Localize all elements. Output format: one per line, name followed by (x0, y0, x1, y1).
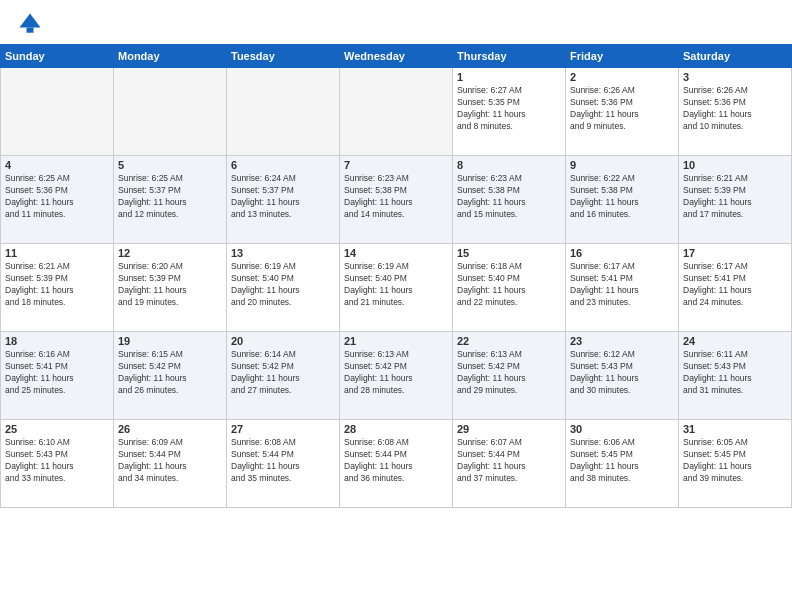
calendar-cell (114, 68, 227, 156)
calendar-week-4: 18Sunrise: 6:16 AM Sunset: 5:41 PM Dayli… (1, 332, 792, 420)
day-info: Sunrise: 6:26 AM Sunset: 5:36 PM Dayligh… (683, 85, 787, 133)
calendar-cell: 13Sunrise: 6:19 AM Sunset: 5:40 PM Dayli… (227, 244, 340, 332)
calendar-week-1: 1Sunrise: 6:27 AM Sunset: 5:35 PM Daylig… (1, 68, 792, 156)
col-header-sunday: Sunday (1, 45, 114, 68)
day-info: Sunrise: 6:08 AM Sunset: 5:44 PM Dayligh… (231, 437, 335, 485)
calendar-cell: 25Sunrise: 6:10 AM Sunset: 5:43 PM Dayli… (1, 420, 114, 508)
day-info: Sunrise: 6:15 AM Sunset: 5:42 PM Dayligh… (118, 349, 222, 397)
day-info: Sunrise: 6:17 AM Sunset: 5:41 PM Dayligh… (683, 261, 787, 309)
day-number: 23 (570, 335, 674, 347)
day-number: 12 (118, 247, 222, 259)
calendar-cell (340, 68, 453, 156)
day-info: Sunrise: 6:27 AM Sunset: 5:35 PM Dayligh… (457, 85, 561, 133)
day-number: 6 (231, 159, 335, 171)
calendar-week-2: 4Sunrise: 6:25 AM Sunset: 5:36 PM Daylig… (1, 156, 792, 244)
header-row: SundayMondayTuesdayWednesdayThursdayFrid… (1, 45, 792, 68)
day-number: 1 (457, 71, 561, 83)
calendar-cell: 14Sunrise: 6:19 AM Sunset: 5:40 PM Dayli… (340, 244, 453, 332)
day-number: 22 (457, 335, 561, 347)
day-number: 25 (5, 423, 109, 435)
col-header-wednesday: Wednesday (340, 45, 453, 68)
day-info: Sunrise: 6:18 AM Sunset: 5:40 PM Dayligh… (457, 261, 561, 309)
day-info: Sunrise: 6:17 AM Sunset: 5:41 PM Dayligh… (570, 261, 674, 309)
day-number: 8 (457, 159, 561, 171)
day-info: Sunrise: 6:08 AM Sunset: 5:44 PM Dayligh… (344, 437, 448, 485)
calendar-cell: 17Sunrise: 6:17 AM Sunset: 5:41 PM Dayli… (679, 244, 792, 332)
calendar-table: SundayMondayTuesdayWednesdayThursdayFrid… (0, 44, 792, 508)
day-number: 3 (683, 71, 787, 83)
col-header-saturday: Saturday (679, 45, 792, 68)
calendar-cell: 20Sunrise: 6:14 AM Sunset: 5:42 PM Dayli… (227, 332, 340, 420)
calendar-cell: 7Sunrise: 6:23 AM Sunset: 5:38 PM Daylig… (340, 156, 453, 244)
col-header-thursday: Thursday (453, 45, 566, 68)
day-number: 31 (683, 423, 787, 435)
calendar-cell: 27Sunrise: 6:08 AM Sunset: 5:44 PM Dayli… (227, 420, 340, 508)
day-info: Sunrise: 6:09 AM Sunset: 5:44 PM Dayligh… (118, 437, 222, 485)
svg-marker-0 (20, 14, 41, 28)
calendar-cell: 6Sunrise: 6:24 AM Sunset: 5:37 PM Daylig… (227, 156, 340, 244)
calendar-cell: 5Sunrise: 6:25 AM Sunset: 5:37 PM Daylig… (114, 156, 227, 244)
day-number: 29 (457, 423, 561, 435)
calendar-cell (227, 68, 340, 156)
day-number: 18 (5, 335, 109, 347)
calendar-cell: 1Sunrise: 6:27 AM Sunset: 5:35 PM Daylig… (453, 68, 566, 156)
calendar-cell: 29Sunrise: 6:07 AM Sunset: 5:44 PM Dayli… (453, 420, 566, 508)
calendar-cell: 18Sunrise: 6:16 AM Sunset: 5:41 PM Dayli… (1, 332, 114, 420)
col-header-monday: Monday (114, 45, 227, 68)
day-number: 19 (118, 335, 222, 347)
calendar-cell: 28Sunrise: 6:08 AM Sunset: 5:44 PM Dayli… (340, 420, 453, 508)
day-info: Sunrise: 6:19 AM Sunset: 5:40 PM Dayligh… (231, 261, 335, 309)
day-info: Sunrise: 6:23 AM Sunset: 5:38 PM Dayligh… (457, 173, 561, 221)
day-number: 27 (231, 423, 335, 435)
day-number: 24 (683, 335, 787, 347)
day-info: Sunrise: 6:12 AM Sunset: 5:43 PM Dayligh… (570, 349, 674, 397)
logo-icon (16, 10, 44, 38)
day-number: 21 (344, 335, 448, 347)
day-number: 15 (457, 247, 561, 259)
day-number: 28 (344, 423, 448, 435)
col-header-tuesday: Tuesday (227, 45, 340, 68)
calendar-cell: 8Sunrise: 6:23 AM Sunset: 5:38 PM Daylig… (453, 156, 566, 244)
day-number: 4 (5, 159, 109, 171)
day-info: Sunrise: 6:10 AM Sunset: 5:43 PM Dayligh… (5, 437, 109, 485)
day-number: 10 (683, 159, 787, 171)
calendar-cell (1, 68, 114, 156)
day-number: 16 (570, 247, 674, 259)
day-number: 26 (118, 423, 222, 435)
calendar-cell: 4Sunrise: 6:25 AM Sunset: 5:36 PM Daylig… (1, 156, 114, 244)
calendar-cell: 31Sunrise: 6:05 AM Sunset: 5:45 PM Dayli… (679, 420, 792, 508)
day-info: Sunrise: 6:13 AM Sunset: 5:42 PM Dayligh… (344, 349, 448, 397)
day-number: 5 (118, 159, 222, 171)
calendar-cell: 10Sunrise: 6:21 AM Sunset: 5:39 PM Dayli… (679, 156, 792, 244)
calendar-cell: 3Sunrise: 6:26 AM Sunset: 5:36 PM Daylig… (679, 68, 792, 156)
day-info: Sunrise: 6:11 AM Sunset: 5:43 PM Dayligh… (683, 349, 787, 397)
header (0, 0, 792, 44)
day-number: 20 (231, 335, 335, 347)
day-number: 13 (231, 247, 335, 259)
calendar-cell: 15Sunrise: 6:18 AM Sunset: 5:40 PM Dayli… (453, 244, 566, 332)
calendar-cell: 26Sunrise: 6:09 AM Sunset: 5:44 PM Dayli… (114, 420, 227, 508)
calendar-cell: 23Sunrise: 6:12 AM Sunset: 5:43 PM Dayli… (566, 332, 679, 420)
day-info: Sunrise: 6:26 AM Sunset: 5:36 PM Dayligh… (570, 85, 674, 133)
day-info: Sunrise: 6:25 AM Sunset: 5:37 PM Dayligh… (118, 173, 222, 221)
day-info: Sunrise: 6:24 AM Sunset: 5:37 PM Dayligh… (231, 173, 335, 221)
day-info: Sunrise: 6:25 AM Sunset: 5:36 PM Dayligh… (5, 173, 109, 221)
svg-rect-1 (27, 28, 34, 33)
calendar-cell: 24Sunrise: 6:11 AM Sunset: 5:43 PM Dayli… (679, 332, 792, 420)
calendar-cell: 11Sunrise: 6:21 AM Sunset: 5:39 PM Dayli… (1, 244, 114, 332)
day-info: Sunrise: 6:22 AM Sunset: 5:38 PM Dayligh… (570, 173, 674, 221)
logo (16, 10, 48, 38)
day-number: 2 (570, 71, 674, 83)
day-info: Sunrise: 6:07 AM Sunset: 5:44 PM Dayligh… (457, 437, 561, 485)
day-info: Sunrise: 6:16 AM Sunset: 5:41 PM Dayligh… (5, 349, 109, 397)
calendar-cell: 12Sunrise: 6:20 AM Sunset: 5:39 PM Dayli… (114, 244, 227, 332)
day-number: 17 (683, 247, 787, 259)
day-info: Sunrise: 6:05 AM Sunset: 5:45 PM Dayligh… (683, 437, 787, 485)
day-number: 11 (5, 247, 109, 259)
calendar-week-3: 11Sunrise: 6:21 AM Sunset: 5:39 PM Dayli… (1, 244, 792, 332)
calendar-cell: 22Sunrise: 6:13 AM Sunset: 5:42 PM Dayli… (453, 332, 566, 420)
calendar-cell: 9Sunrise: 6:22 AM Sunset: 5:38 PM Daylig… (566, 156, 679, 244)
day-info: Sunrise: 6:13 AM Sunset: 5:42 PM Dayligh… (457, 349, 561, 397)
day-info: Sunrise: 6:21 AM Sunset: 5:39 PM Dayligh… (683, 173, 787, 221)
col-header-friday: Friday (566, 45, 679, 68)
